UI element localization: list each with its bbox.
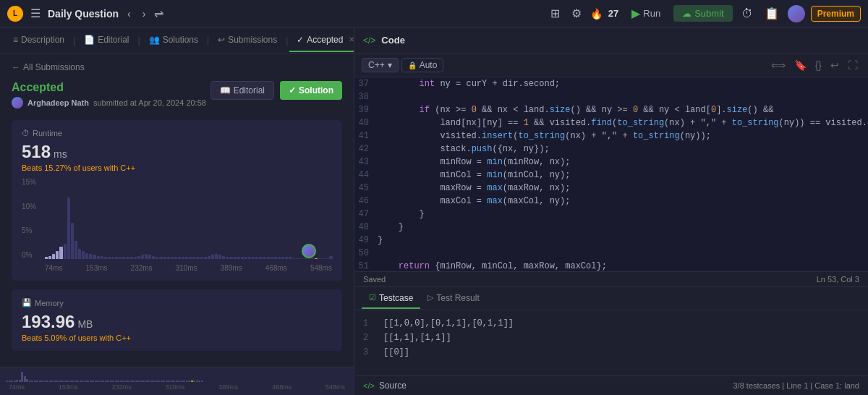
tab-editorial-label: Editorial xyxy=(98,35,129,45)
tab-solutions[interactable]: 👥 Solutions xyxy=(142,29,205,52)
chart-bar xyxy=(255,257,258,259)
solution-button[interactable]: ✓ Solution xyxy=(280,81,342,100)
chart-bar xyxy=(278,257,281,259)
settings-icon-button[interactable]: ⚙ xyxy=(569,4,584,23)
minimap-bar xyxy=(26,379,28,382)
next-question-button[interactable]: › xyxy=(140,7,149,21)
minimap-bar xyxy=(16,380,18,382)
tab-solutions-label: Solutions xyxy=(163,35,198,45)
submissions-icon: ↩ xyxy=(218,35,225,45)
undo-icon-button[interactable]: ↩ xyxy=(827,58,842,72)
chart-bar xyxy=(67,198,70,259)
clock-icon: ⏱ xyxy=(22,129,30,137)
close-tab-icon[interactable]: ✕ xyxy=(349,35,354,43)
lock-icon: 🔒 xyxy=(408,61,417,69)
code-line: 41 visited.insert(to_string(nx) + "," + … xyxy=(354,129,868,143)
minimap-bar xyxy=(107,381,109,382)
minimap-bar xyxy=(178,381,180,382)
chart-bar xyxy=(167,257,170,259)
streak-count: 27 xyxy=(608,8,618,19)
minimap-bar xyxy=(97,381,99,382)
bottom-panel: ☑ Testcase ▷ Test Result 1[[1,0,0],[0,1,… xyxy=(354,286,868,395)
code-line: 47 } xyxy=(354,208,868,221)
code-line: 38 xyxy=(354,90,868,103)
submit-time: submitted at Apr 20, 2024 20:58 xyxy=(93,98,206,107)
user-avatar[interactable] xyxy=(788,5,805,22)
tab-submissions[interactable]: ↩ Submissions xyxy=(210,29,284,52)
chart-bar xyxy=(208,256,210,259)
shuffle-icon[interactable]: ⇌ xyxy=(154,7,163,20)
timer-icon-button[interactable]: ⏱ xyxy=(739,4,756,23)
code-line: 42 stack.push({nx, ny}); xyxy=(354,143,868,156)
bookmark-icon-button[interactable]: 🔖 xyxy=(791,58,809,72)
editorial-button[interactable]: 📖 Editorial xyxy=(210,81,274,100)
tab-test-result[interactable]: ▷ Test Result xyxy=(420,289,486,309)
chart-bar xyxy=(152,256,155,259)
tab-accepted-label: Accepted xyxy=(307,35,343,45)
chart-bar xyxy=(200,257,203,259)
memory-label: 💾 Memory xyxy=(22,298,332,307)
check-icon: ✓ xyxy=(289,85,296,95)
expand-icon-button[interactable]: ⟺ xyxy=(768,58,788,72)
memory-icon: 💾 xyxy=(22,298,32,307)
chart-bar xyxy=(248,257,251,259)
chart-bar xyxy=(122,257,125,259)
minimap-bar xyxy=(173,381,175,382)
minimap-bar xyxy=(41,381,43,382)
code-line: 44 minCol = min(minCol, ny); xyxy=(354,169,868,182)
notes-icon-button[interactable]: 📋 xyxy=(762,4,782,23)
submit-button[interactable]: ☁ Submit xyxy=(673,5,732,22)
prev-question-button[interactable]: ‹ xyxy=(124,7,134,21)
auto-selector[interactable]: 🔒 Auto xyxy=(401,58,444,72)
test-result-tab-label: Test Result xyxy=(436,293,479,303)
hamburger-icon[interactable]: ☰ xyxy=(29,5,42,22)
run-button[interactable]: ▶ Run xyxy=(624,4,668,23)
grid-icon-button[interactable]: ⊞ xyxy=(548,4,563,23)
tab-testcase[interactable]: ☑ Testcase xyxy=(362,289,420,309)
code-editor[interactable]: 37 int ny = curY + dir.second;3839 if (n… xyxy=(354,77,868,271)
chart-bar xyxy=(56,251,59,259)
minimap-bar xyxy=(77,381,79,382)
minimap-bar xyxy=(127,381,129,382)
chart-bar xyxy=(229,257,232,259)
chart-x-axis: 74ms 153ms 232ms 310ms 389ms 468ms 548ms xyxy=(45,264,332,272)
memory-value: 193.96 xyxy=(22,312,75,332)
chart-bar xyxy=(311,258,314,259)
editorial-btn-label: Editorial xyxy=(234,85,265,95)
tab-editorial[interactable]: 📄 Editorial xyxy=(77,29,136,52)
page-title: Daily Question xyxy=(48,8,119,20)
chart-bar xyxy=(126,257,129,259)
chart-bar xyxy=(108,257,111,259)
back-link[interactable]: ← All Submissions xyxy=(12,62,342,72)
terminal-icon: ▷ xyxy=(427,293,433,302)
chart-bar xyxy=(226,257,229,259)
submit-label: Submit xyxy=(694,8,723,19)
minimap-bar xyxy=(6,381,8,382)
premium-button[interactable]: Premium xyxy=(811,6,861,22)
tab-accepted[interactable]: ✓ Accepted ✕ xyxy=(289,29,354,52)
chart-bar xyxy=(192,257,195,259)
chart-bar xyxy=(141,255,144,259)
braces-icon-button[interactable]: {} xyxy=(812,58,825,72)
play-icon: ▶ xyxy=(631,7,640,20)
minimap-bar xyxy=(72,381,74,382)
flame-icon: 🔥 xyxy=(590,8,603,20)
chart-bar xyxy=(222,256,225,259)
chart-bar xyxy=(244,257,247,259)
chart-bar xyxy=(289,257,292,259)
logo-icon[interactable]: L xyxy=(7,6,23,22)
fullscreen-icon-button[interactable]: ⛶ xyxy=(845,58,861,72)
chart-y-axis: 15% 10% 5% 0% xyxy=(22,178,43,259)
chart-bar xyxy=(196,257,199,259)
tab-description[interactable]: ≡ Description xyxy=(6,29,72,52)
chart-bar xyxy=(329,256,332,259)
chart-bar xyxy=(241,257,244,259)
chart-bar xyxy=(171,257,174,259)
language-selector[interactable]: C++ ▾ xyxy=(362,58,399,72)
solutions-icon: 👥 xyxy=(149,35,160,45)
runtime-label: ⏱ Runtime xyxy=(22,129,332,137)
chart-bar xyxy=(71,223,74,259)
chart-bar xyxy=(296,258,299,259)
chart-bar xyxy=(234,257,237,259)
chart-bar xyxy=(204,257,207,259)
